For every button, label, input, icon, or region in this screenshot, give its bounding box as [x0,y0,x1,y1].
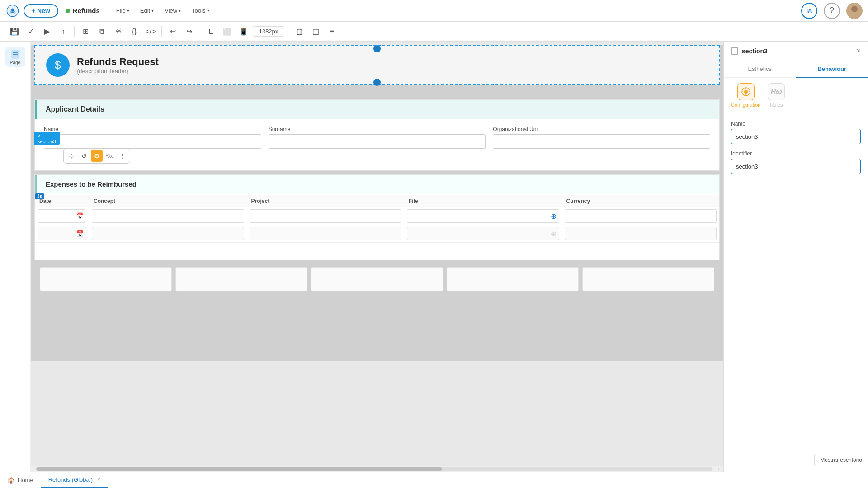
status-dot [66,9,70,13]
form-title: Refunds Request [77,56,159,68]
help-button[interactable]: ? [824,3,840,19]
form-section-applicant: Applicant Details Name Surname Organizat… [34,99,720,171]
project-input-2[interactable] [250,227,402,240]
config-button[interactable]: ⚙ [91,150,103,162]
sidebar-page-icon[interactable]: Page [5,47,25,67]
components-button[interactable]: ⊞ [78,24,93,39]
user-avatar[interactable] [846,3,863,19]
upload-button[interactable]: ↑ [56,24,71,39]
resize-handle-top[interactable] [373,45,381,52]
col-file: File [404,195,562,207]
panel-identifier-field: Identifier [731,150,861,174]
panel-identifier-label: Identifier [731,150,861,157]
sidebar-page-label: Page [10,60,20,65]
project-cell-2 [247,225,405,243]
surname-field: Surname [269,126,486,149]
save-button[interactable]: 💾 [7,24,22,39]
rules-button[interactable]: Rω [104,150,115,162]
subtab-rules-label: Rules [770,102,783,108]
file-upload-icon-2[interactable]: ⊕ [551,230,557,238]
file-upload-icon-1[interactable]: ⊕ [551,212,557,221]
panel-identifier-input[interactable] [731,159,861,174]
subtab-configuration-label: Configuration [731,102,760,108]
panel-form: Name Identifier [724,113,868,181]
file-input-2[interactable] [407,227,559,240]
desktop-view-button[interactable]: 🖥 [204,24,218,39]
col-project: Project [247,195,405,207]
org-input[interactable] [493,134,710,149]
code-button[interactable]: {} [127,24,142,39]
bottom-cell-2 [175,267,307,291]
menu-file[interactable]: File ▾ [111,0,135,22]
project-input-1[interactable] [250,209,402,223]
redo-button[interactable]: ↪ [182,24,196,39]
resize-handle-middle[interactable] [373,79,381,86]
play-button[interactable]: ▶ [40,24,54,39]
divider2 [161,26,162,37]
scroll-thumb [36,467,442,471]
subtab-configuration[interactable]: Configuration [731,83,760,108]
check-button[interactable]: ✓ [24,24,38,39]
section-tag[interactable]: < section3 [34,132,60,145]
view-button2[interactable]: ◫ [308,24,323,39]
mobile-view-button[interactable]: 📱 [236,24,251,39]
scroll-right-arrow[interactable]: › [716,466,722,472]
expenses-section: Expenses to be Reimbursed Js Date Concep… [34,174,720,260]
topbar-right: IA ? [801,3,863,19]
menu-edit[interactable]: Edit ▾ [135,0,159,22]
file-input-wrap-1: ⊕ [407,209,559,223]
app-logo [5,4,20,18]
rotate-button[interactable]: ↺ [78,150,90,162]
panel-checkbox[interactable] [731,47,738,55]
panel-tabs: Esthetics Behaviour [724,61,868,78]
currency-input-1[interactable] [565,209,717,223]
file-input-wrap-2: ⊕ [407,227,559,240]
move-button[interactable]: ⊹ [66,150,77,162]
horizontal-scrollbar[interactable]: › [31,466,723,472]
data-button[interactable]: ≋ [111,24,125,39]
rules-icon: Rω [768,83,785,100]
app-title: Refunds [66,7,100,14]
table-spacer-row [35,243,719,256]
panel-close-button[interactable]: × [857,47,861,55]
currency-input-2[interactable] [565,227,717,240]
divider1 [74,26,75,37]
tab-esthetics[interactable]: Esthetics [724,61,796,78]
concept-input-2[interactable] [92,227,244,240]
tab-behaviour[interactable]: Behaviour [796,61,868,78]
view-button1[interactable]: ▥ [292,24,307,39]
undo-button[interactable]: ↩ [165,24,180,39]
canvas-scroll[interactable]: $ Refunds Request {descriptionHeader} < … [31,42,723,466]
date-input-2[interactable] [38,227,86,240]
subtab-rules[interactable]: Rω Rules [768,83,785,108]
surname-input[interactable] [269,134,486,149]
project-cell-1 [247,207,405,225]
ia-button[interactable]: IA [801,3,817,19]
more-button[interactable]: ⋮ [116,150,128,162]
new-button[interactable]: + New [24,4,58,18]
view-button3[interactable]: ≡ [325,24,339,39]
panel-name-input[interactable] [731,129,861,144]
panel-header: section3 × [724,42,868,61]
name-input[interactable] [44,134,261,149]
mostrar-escritorio-button[interactable]: Mostrar escritorio [814,454,868,466]
org-label: Organizational Unit [493,126,710,132]
tab-refunds[interactable]: Refunds (Global) × [41,472,108,488]
layers-button[interactable]: ⧉ [94,24,109,39]
menu-view[interactable]: View ▾ [159,0,186,22]
tab-refunds-label: Refunds (Global) [48,476,93,483]
file-cell-2: ⊕ [404,225,562,243]
section-toolbar: ⊹ ↺ ⚙ Rω ⋮ [63,148,130,164]
html-button[interactable]: </> [143,24,158,39]
date-input-wrap-2: 📅 [38,227,86,240]
tablet-view-button[interactable]: ⬜ [220,24,235,39]
tab-home[interactable]: 🏠 Home [0,472,41,488]
menu-tools[interactable]: Tools ▾ [186,0,214,22]
menu-bar: File ▾ Edit ▾ View ▾ Tools ▾ [111,0,215,22]
concept-input-1[interactable] [92,209,244,223]
date-input-1[interactable] [38,209,86,223]
concept-cell-1 [89,207,247,225]
right-panel: section3 × Esthetics Behaviour [723,42,868,472]
file-input-1[interactable] [407,209,559,223]
tab-close-button[interactable]: × [97,476,100,483]
